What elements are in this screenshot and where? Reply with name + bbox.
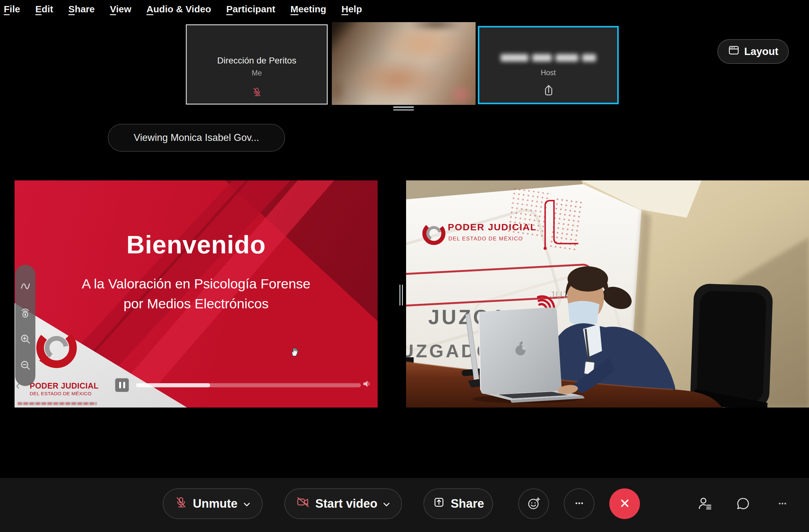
slide-logo-text-2: DEL ESTADO DE MÉXICO [30, 391, 92, 396]
annotation-toolbar [15, 265, 35, 386]
participant-tile-host[interactable]: Host [478, 26, 619, 104]
viewing-banner-label: Viewing Monica Isabel Gov... [134, 132, 259, 143]
slide-fineprint-blur [18, 402, 97, 405]
menu-help[interactable]: Help [341, 4, 362, 21]
shared-presentation-tile[interactable]: Bienvenido A la Valoración en Psicología… [15, 180, 378, 408]
office-chair [690, 283, 773, 408]
slide-subtitle-1: A la Valoración en Psicología Forense [36, 276, 356, 291]
mic-muted-icon [174, 496, 188, 512]
menu-audio-video[interactable]: Audio & Video [147, 4, 211, 21]
viewing-banner[interactable]: Viewing Monica Isabel Gov... [108, 124, 285, 152]
speaker-icon[interactable] [362, 379, 371, 390]
wall-logo-text-1: PODER JUDICIAL [448, 222, 537, 232]
share-screen-icon [541, 83, 555, 98]
participant-tile-self[interactable]: Dirección de Peritos Me [186, 24, 328, 105]
filmstrip-drag-handle[interactable] [393, 106, 414, 112]
annotate-icon[interactable] [20, 280, 31, 291]
stage-divider-handle[interactable] [399, 285, 403, 305]
leave-meeting-button[interactable] [609, 489, 640, 519]
more-options-button[interactable] [774, 495, 791, 513]
laser-pointer-icon[interactable] [19, 306, 31, 318]
participants-icon [697, 495, 713, 513]
remote-video-tile[interactable]: PODER JUDICIAL DEL ESTADO DE MÉXICO JUZG… [406, 180, 809, 408]
slide-title: Bienvenido [15, 230, 378, 259]
blurred-webcam-video [332, 22, 476, 105]
redacted-host-name [479, 54, 617, 61]
layout-button-label: Layout [744, 46, 778, 57]
smiley-plus-icon [527, 496, 541, 512]
share-label: Share [451, 497, 484, 511]
ellipsis-icon [775, 497, 789, 512]
participant-role-me: Me [187, 69, 327, 77]
participant-name: Dirección de Peritos [187, 56, 327, 66]
chevron-down-icon [243, 497, 251, 511]
chat-button[interactable] [735, 495, 752, 513]
face-mask [568, 301, 600, 326]
reactions-button[interactable] [518, 489, 549, 519]
camera-off-icon [296, 496, 310, 512]
video-progress-bar[interactable] [136, 383, 361, 387]
wall-logo-text-2: DEL ESTADO DE MÉXICO [448, 236, 523, 242]
control-bar [0, 478, 809, 532]
menu-file[interactable]: File [4, 4, 20, 21]
participant-tile-video[interactable] [332, 22, 476, 105]
unmute-label: Unmute [193, 497, 237, 511]
chevron-down-icon [382, 497, 391, 511]
hand-cursor [290, 346, 300, 358]
chat-bubble-icon [735, 496, 751, 512]
more-button[interactable] [564, 489, 595, 519]
menu-view[interactable]: View [110, 4, 132, 21]
video-progress-fill [136, 383, 210, 387]
share-button[interactable]: Share [424, 489, 493, 519]
layout-button[interactable]: Layout [717, 39, 789, 64]
ellipsis-icon [573, 497, 586, 511]
mic-muted-icon [252, 87, 262, 99]
start-video-button[interactable]: Start video [285, 489, 402, 519]
slide-subtitle-2: por Medios Electrónicos [36, 296, 356, 312]
zoom-in-icon[interactable] [20, 333, 31, 345]
unmute-button[interactable]: Unmute [163, 489, 263, 519]
menu-share[interactable]: Share [68, 4, 94, 21]
pause-button[interactable] [115, 378, 129, 392]
slide-logo-text-1: PODER JUDICIAL [30, 381, 99, 390]
poder-judicial-logo [33, 323, 80, 374]
share-screen-icon [432, 496, 446, 512]
close-x-icon [618, 497, 632, 511]
menu-meeting[interactable]: Meeting [290, 4, 326, 21]
participants-button[interactable] [696, 495, 714, 513]
zoom-out-icon[interactable] [20, 359, 31, 371]
menu-participant[interactable]: Participant [226, 4, 275, 21]
host-badge: Host [479, 69, 617, 77]
start-video-label: Start video [315, 497, 377, 511]
menu-bar: File Edit Share View Audio & Video Parti… [0, 0, 362, 21]
layout-grid-icon [728, 45, 740, 58]
menu-edit[interactable]: Edit [35, 4, 53, 21]
